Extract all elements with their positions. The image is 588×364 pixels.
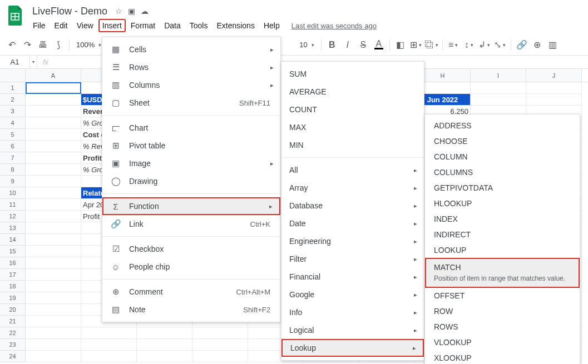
- row-head-12[interactable]: 12: [0, 211, 26, 222]
- insert-sheet[interactable]: ▢SheetShift+F11: [102, 94, 280, 112]
- menu-edit[interactable]: Edit: [51, 19, 72, 32]
- cell-A3[interactable]: [26, 106, 81, 117]
- halign-icon[interactable]: ≡: [446, 38, 461, 52]
- insert-pivot[interactable]: ⊞Pivot table: [102, 137, 280, 154]
- cell-A13[interactable]: [26, 222, 81, 234]
- fn-logical[interactable]: Logical▸: [281, 321, 424, 339]
- cell-B24[interactable]: [81, 351, 137, 362]
- move-icon[interactable]: ▣: [128, 7, 135, 16]
- cell-A24[interactable]: [26, 351, 81, 362]
- fn-financial[interactable]: Financial▸: [281, 268, 424, 286]
- lookup-vlookup[interactable]: VLOOKUP: [425, 335, 580, 350]
- cell-B23[interactable]: [81, 339, 137, 351]
- paint-format-icon[interactable]: ⟆: [51, 38, 66, 52]
- insert-drawing[interactable]: ◯Drawing: [102, 172, 280, 190]
- fn-google[interactable]: Google▸: [281, 286, 424, 303]
- insert-chart[interactable]: ⫍Chart: [102, 119, 280, 137]
- zoom-select[interactable]: 100%: [73, 41, 105, 49]
- cell-D23[interactable]: [192, 339, 248, 351]
- cell-A9[interactable]: [26, 176, 81, 187]
- cell-A10[interactable]: [26, 187, 81, 199]
- cell-A6[interactable]: [26, 141, 81, 152]
- strike-icon[interactable]: S: [356, 38, 370, 52]
- fn-all[interactable]: All▸: [281, 161, 424, 179]
- fn-lookup[interactable]: Lookup▸: [281, 339, 424, 357]
- insert-columns[interactable]: ▥Columns▸: [102, 76, 280, 94]
- lookup-choose[interactable]: CHOOSE: [425, 133, 580, 149]
- row-head-14[interactable]: 14: [0, 234, 26, 246]
- insert-comment[interactable]: ⊕CommentCtrl+Alt+M: [102, 283, 280, 301]
- insert-people-chip[interactable]: ☺People chip: [102, 258, 280, 276]
- lookup-xlookup[interactable]: XLOOKUP: [425, 350, 580, 364]
- bold-icon[interactable]: B: [325, 38, 339, 52]
- lookup-match[interactable]: MATCHPosition of item in range that matc…: [425, 258, 580, 288]
- text-color-icon[interactable]: A: [372, 38, 386, 52]
- print-icon[interactable]: 🖶: [36, 38, 50, 52]
- row-head-13[interactable]: 13: [0, 222, 26, 234]
- cell-I2[interactable]: [471, 94, 526, 106]
- cloud-icon[interactable]: ☁: [141, 7, 149, 16]
- cell-A1[interactable]: [26, 82, 81, 94]
- fn-average[interactable]: AVERAGE: [281, 83, 424, 101]
- fn-array[interactable]: Array▸: [281, 179, 424, 197]
- fn-date[interactable]: Date▸: [281, 215, 424, 232]
- star-icon[interactable]: ☆: [115, 7, 122, 16]
- wrap-icon[interactable]: ↲: [477, 38, 492, 52]
- cell-A2[interactable]: [26, 94, 81, 106]
- cell-C22[interactable]: [137, 327, 192, 339]
- chart-icon[interactable]: ▥: [546, 38, 560, 52]
- row-head-18[interactable]: 18: [0, 281, 26, 292]
- fn-database[interactable]: Database▸: [281, 197, 424, 215]
- doc-title[interactable]: LiveFlow - Demo: [29, 4, 111, 18]
- row-head-1[interactable]: 1: [0, 82, 26, 94]
- select-all-corner[interactable]: [0, 69, 26, 82]
- row-head-21[interactable]: 21: [0, 316, 26, 327]
- cell-A17[interactable]: [26, 269, 81, 281]
- name-box-dropdown[interactable]: ▾: [30, 56, 37, 68]
- merge-icon[interactable]: ⿻: [424, 38, 439, 52]
- cell-A20[interactable]: [26, 304, 81, 316]
- col-J[interactable]: J: [526, 69, 582, 82]
- row-head-24[interactable]: 24: [0, 351, 26, 362]
- cell-J1[interactable]: [526, 82, 582, 94]
- fontsize-select[interactable]: 10: [296, 41, 317, 49]
- cell-A5[interactable]: [26, 129, 81, 141]
- cell-A7[interactable]: [26, 152, 81, 164]
- lookup-indirect[interactable]: INDIRECT: [425, 227, 580, 242]
- fn-min[interactable]: MIN: [281, 136, 424, 154]
- row-head-17[interactable]: 17: [0, 269, 26, 281]
- cell-C23[interactable]: [137, 339, 192, 351]
- cell-D22[interactable]: [192, 327, 248, 339]
- lookup-offset[interactable]: OFFSET: [425, 288, 580, 303]
- cell-A19[interactable]: [26, 292, 81, 304]
- valign-icon[interactable]: ↕: [462, 38, 476, 52]
- insert-image[interactable]: ▣Image▸: [102, 154, 280, 172]
- lookup-rows[interactable]: ROWS: [425, 319, 580, 335]
- fn-engineering[interactable]: Engineering▸: [281, 232, 424, 250]
- row-head-5[interactable]: 5: [0, 129, 26, 141]
- row-head-20[interactable]: 20: [0, 304, 26, 316]
- lookup-lookup[interactable]: LOOKUP: [425, 242, 580, 258]
- menu-view[interactable]: View: [73, 19, 97, 32]
- col-I[interactable]: I: [471, 69, 526, 82]
- row-head-8[interactable]: 8: [0, 164, 26, 176]
- cell-A23[interactable]: [26, 339, 81, 351]
- fn-sum[interactable]: SUM: [281, 65, 424, 83]
- sheets-logo[interactable]: [4, 4, 27, 27]
- insert-cells[interactable]: ▦Cells▸: [102, 41, 280, 58]
- cell-A4[interactable]: [26, 117, 81, 129]
- row-head-9[interactable]: 9: [0, 176, 26, 187]
- cell-D24[interactable]: [192, 351, 248, 362]
- cell-A18[interactable]: [26, 281, 81, 292]
- cell-A16[interactable]: [26, 257, 81, 269]
- cell-B22[interactable]: [81, 327, 137, 339]
- lookup-row[interactable]: ROW: [425, 303, 580, 319]
- row-head-15[interactable]: 15: [0, 246, 26, 257]
- lookup-index[interactable]: INDEX: [425, 211, 580, 227]
- fn-filter[interactable]: Filter▸: [281, 250, 424, 268]
- fn-max[interactable]: MAX: [281, 118, 424, 136]
- link-icon[interactable]: 🔗: [515, 38, 529, 52]
- row-head-6[interactable]: 6: [0, 141, 26, 152]
- insert-function[interactable]: ΣFunction▸: [102, 197, 280, 215]
- cell-A14[interactable]: [26, 234, 81, 246]
